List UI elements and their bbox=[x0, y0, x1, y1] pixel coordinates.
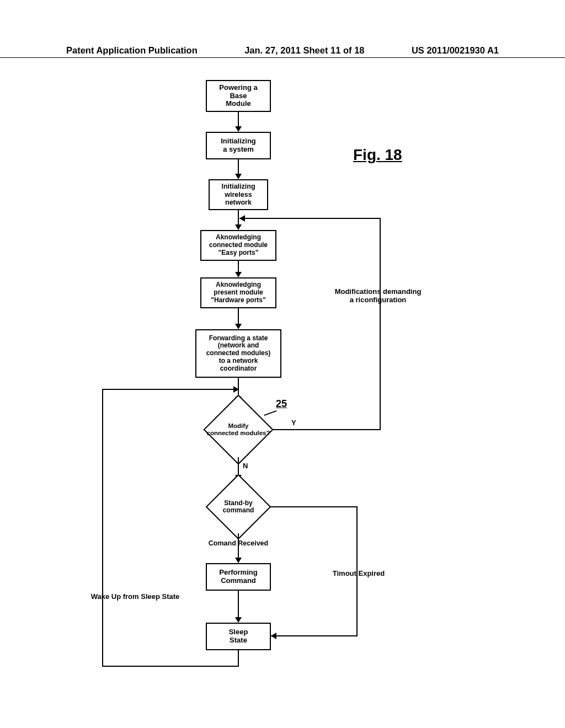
arrowhead-down-icon bbox=[235, 126, 242, 132]
arrowhead-down-icon bbox=[235, 324, 242, 329]
box-performing-command: PerformingCommand bbox=[206, 563, 271, 591]
arrowhead-down-icon bbox=[235, 224, 242, 230]
box-ack-hardware: Aknowledgingpresent module"Hardware port… bbox=[200, 277, 276, 308]
box-forward-state: Forwarding a state(network andconnected … bbox=[195, 329, 281, 378]
box-ack-easy: Aknowledgingconnected module"Easy ports" bbox=[200, 230, 276, 261]
connector bbox=[102, 389, 103, 667]
connector bbox=[238, 457, 239, 476]
label-no: N bbox=[243, 462, 248, 470]
decision-standby: Stand-bycommand bbox=[198, 480, 279, 533]
connector bbox=[271, 635, 358, 636]
label-wakeup: Wake Up from Sleep State bbox=[80, 593, 190, 601]
decision-modify: Modifyconnected modules? bbox=[193, 402, 284, 457]
arrowhead-down-icon bbox=[235, 617, 242, 623]
arrowhead-down-icon bbox=[235, 558, 242, 563]
connector bbox=[239, 218, 381, 219]
page: Patent Application Publication Jan. 27, … bbox=[0, 0, 565, 728]
label-command-received: Comand Received bbox=[204, 539, 273, 547]
arrowhead-right-icon bbox=[233, 386, 239, 393]
reference-number: 25 bbox=[276, 398, 287, 410]
connector bbox=[238, 591, 239, 618]
flowchart: Powering aBaseModule Initializinga syste… bbox=[0, 0, 565, 728]
connector bbox=[298, 429, 381, 430]
box-init-wireless: Initializingwirelessnetwork bbox=[209, 179, 268, 210]
connector bbox=[238, 308, 239, 325]
label-timeout: Timout Expired bbox=[326, 570, 392, 578]
connector bbox=[270, 506, 358, 507]
label-yes: Y bbox=[291, 419, 296, 427]
connector bbox=[238, 210, 239, 226]
connector bbox=[102, 666, 239, 667]
connector bbox=[380, 218, 381, 430]
label-modifications: Modifications demandinga riconfiguration bbox=[317, 288, 439, 304]
arrowhead-down-icon bbox=[235, 174, 242, 179]
box-powering: Powering aBaseModule bbox=[206, 80, 271, 112]
box-init-system: Initializinga system bbox=[206, 132, 271, 159]
arrowhead-left-icon bbox=[271, 633, 276, 639]
connector bbox=[238, 159, 239, 175]
arrowhead-left-icon bbox=[239, 215, 245, 222]
box-sleep-state: SleepState bbox=[206, 623, 271, 650]
connector bbox=[238, 112, 239, 127]
arrowhead-down-icon bbox=[235, 272, 242, 277]
connector bbox=[238, 650, 239, 667]
connector bbox=[273, 429, 298, 430]
connector bbox=[102, 389, 234, 390]
connector bbox=[238, 261, 239, 273]
